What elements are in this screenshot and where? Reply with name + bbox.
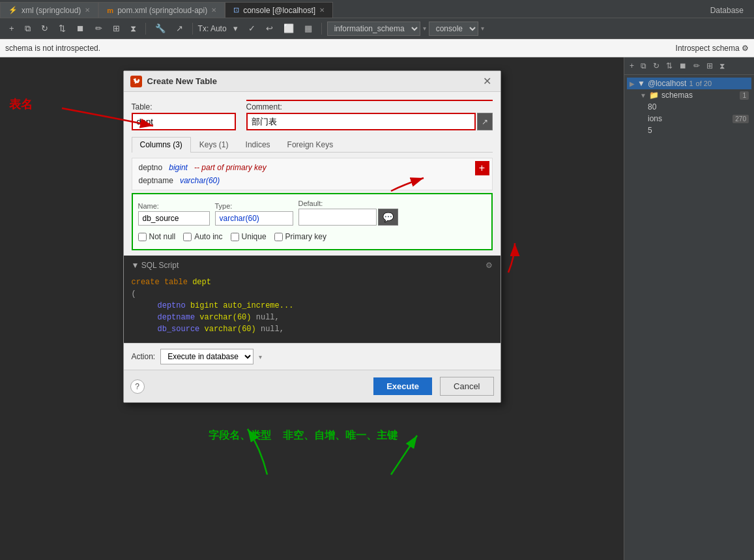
item-5-label: 5 xyxy=(648,126,652,135)
tx-label: Tx: Auto xyxy=(198,24,227,33)
editor-type-label: Type: xyxy=(215,202,293,210)
table-name-input[interactable] xyxy=(132,113,236,130)
tab-pom[interactable]: m pom.xml (springcloud-api) ✕ xyxy=(98,2,225,18)
comment-expand-btn[interactable]: ↗ xyxy=(477,113,493,130)
comment-input[interactable] xyxy=(246,113,476,130)
not-null-checkbox[interactable]: Not null xyxy=(138,232,176,241)
sql-line-3: deptno bigint auto_increme... xyxy=(132,300,493,312)
column-row-deptname[interactable]: deptname varchar(60) xyxy=(135,174,489,187)
dialog-title: Create New Table xyxy=(147,76,475,86)
editor-name-label: Name: xyxy=(138,202,210,210)
sql-line-1: create table dept xyxy=(132,276,493,288)
dialog-titlebar: 🐿 Create New Table ✕ xyxy=(124,71,500,92)
tab-close-console[interactable]: ✕ xyxy=(319,7,325,14)
add-column-btn[interactable]: + xyxy=(475,161,489,175)
wrench-btn[interactable]: 🔧 xyxy=(151,22,169,35)
introspect-link[interactable]: Introspect schema ⚙ xyxy=(676,44,749,53)
column-row-deptno[interactable]: deptno bigint -- part of primary key xyxy=(135,161,489,174)
auto-inc-checkbox[interactable]: Auto inc xyxy=(183,232,222,241)
tab-close-pom[interactable]: ✕ xyxy=(211,7,216,14)
rp-copy-btn[interactable]: ⧉ xyxy=(638,60,649,72)
rp-add-btn[interactable]: + xyxy=(627,60,637,72)
column-comment-btn[interactable]: 💬 xyxy=(378,209,398,226)
introspect-message: schema is not introspected. xyxy=(5,44,100,53)
edit-btn[interactable]: ✏ xyxy=(91,22,106,35)
tab-close-xml[interactable]: ✕ xyxy=(85,7,90,14)
db-tree: ▶ ▼ @localhost 1 of 20 ▼ 📁 schemas 1 80 … xyxy=(624,75,754,139)
schema-select-1[interactable]: information_schema xyxy=(327,22,420,36)
comment-label: Comment: xyxy=(246,100,493,111)
db-tree-localhost[interactable]: ▶ ▼ @localhost 1 of 20 xyxy=(627,78,751,89)
column-type-input[interactable] xyxy=(215,211,293,226)
col-comment-deptno: -- part of primary key xyxy=(194,163,267,172)
sql-line-5: db_source varchar(60) null, xyxy=(132,323,493,335)
sep1 xyxy=(145,23,146,35)
tab-xml[interactable]: ⚡ xml (springcloud) ✕ xyxy=(0,2,98,18)
sql-line-4: deptname varchar(60) null, xyxy=(132,312,493,323)
form-row-table: Table: Comment: ↗ xyxy=(132,100,493,130)
tab-bar: ⚡ xml (springcloud) ✕ m pom.xml (springc… xyxy=(0,0,754,18)
tab-database[interactable]: Database xyxy=(700,3,754,18)
funnel-btn[interactable]: ⧗ xyxy=(126,22,140,35)
table-label: Table: xyxy=(132,102,236,111)
sep2 xyxy=(192,23,193,35)
schemas-label: schemas xyxy=(661,91,693,100)
dialog-close-btn[interactable]: ✕ xyxy=(480,75,494,87)
tree-arrow-localhost: ▶ xyxy=(630,80,635,87)
rp-filter2-btn[interactable]: ⇅ xyxy=(663,60,675,72)
columns-container: deptno bigint -- part of primary key dep… xyxy=(132,158,493,190)
refresh-btn[interactable]: ↻ xyxy=(37,22,52,35)
filter-btn[interactable]: ⇅ xyxy=(55,22,70,35)
comment-field-group: Comment: ↗ xyxy=(246,100,493,130)
column-default-input[interactable] xyxy=(298,209,377,226)
dialog-body: Table: Comment: ↗ xyxy=(124,92,500,343)
rp-stop-btn[interactable]: ⏹ xyxy=(676,60,689,72)
right-panel: + ⧉ ↻ ⇅ ⏹ ✏ ⊞ ⧗ ▶ ▼ @localhost 1 of 20 ▼… xyxy=(624,57,754,560)
dialog-tabs: Columns (3) Keys (1) Indices Foreign Key… xyxy=(132,137,493,153)
expand-btn[interactable]: ⊞ xyxy=(109,22,124,35)
db-tree-item-80[interactable]: 80 xyxy=(627,101,751,113)
copy-btn[interactable]: ⧉ xyxy=(21,22,35,35)
col-type-deptname: varchar(60) xyxy=(180,176,220,185)
rollback-btn[interactable]: ↩ xyxy=(262,22,277,35)
gear-icon: ⚙ xyxy=(742,44,749,53)
main-toolbar: + ⧉ ↻ ⇅ ⏹ ✏ ⊞ ⧗ 🔧 ↗ Tx: Auto ▾ ✓ ↩ ⬜ ▦ i… xyxy=(0,18,754,39)
sql-line-2: ( xyxy=(132,288,493,300)
commit-btn[interactable]: ✓ xyxy=(244,22,259,35)
rp-expand2-btn[interactable]: ⊞ xyxy=(704,60,716,72)
db-tree-schemas[interactable]: ▼ 📁 schemas 1 xyxy=(627,89,751,101)
cursor-btn[interactable]: ↗ xyxy=(172,22,187,35)
sql-gear-icon[interactable]: ⚙ xyxy=(486,261,493,270)
action-select[interactable]: Execute in database Generate SQL file xyxy=(160,349,254,364)
tab-console[interactable]: ⊡ console [@localhost] ✕ xyxy=(225,2,333,18)
rp-edit2-btn[interactable]: ✏ xyxy=(691,60,703,72)
item-ions-badge: 270 xyxy=(732,115,749,123)
tx-dropdown[interactable]: ▾ xyxy=(229,22,242,35)
tab-foreign-keys[interactable]: Foreign Keys xyxy=(279,137,342,152)
tab-columns[interactable]: Columns (3) xyxy=(132,137,191,153)
primary-key-checkbox[interactable]: Primary key xyxy=(274,232,326,241)
host-info: 1 xyxy=(689,80,693,87)
dialog-overlay: 🐿 Create New Table ✕ Table: Comment: xyxy=(0,57,624,560)
rp-funnel2-btn[interactable]: ⧗ xyxy=(717,60,727,72)
schema-select-2[interactable]: console xyxy=(429,22,478,36)
execute-button[interactable]: Execute xyxy=(373,377,432,395)
tab-indices[interactable]: Indices xyxy=(237,137,279,152)
autocommit-btn[interactable]: ⬜ xyxy=(280,22,298,35)
item-80-label: 80 xyxy=(648,102,656,111)
sql-code: create table dept ( deptno bigint auto_i… xyxy=(132,274,493,338)
sql-section-header[interactable]: ▼ SQL Script ⚙ xyxy=(132,261,493,270)
rp-refresh-btn[interactable]: ↻ xyxy=(650,60,662,72)
column-name-input[interactable] xyxy=(138,211,210,226)
db-tree-item-5[interactable]: 5 xyxy=(627,125,751,136)
db-tree-item-ions[interactable]: ions 270 xyxy=(627,113,751,125)
help-button[interactable]: ? xyxy=(130,379,145,394)
table-btn[interactable]: ▦ xyxy=(300,22,316,35)
unique-checkbox[interactable]: Unique xyxy=(231,232,267,241)
add-btn[interactable]: + xyxy=(5,22,18,35)
action-row: Action: Execute in database Generate SQL… xyxy=(124,343,500,370)
tab-keys[interactable]: Keys (1) xyxy=(191,137,237,152)
cancel-button[interactable]: Cancel xyxy=(440,377,493,396)
stop-btn[interactable]: ⏹ xyxy=(72,22,89,35)
introspect-bar: schema is not introspected. Introspect s… xyxy=(0,39,754,57)
